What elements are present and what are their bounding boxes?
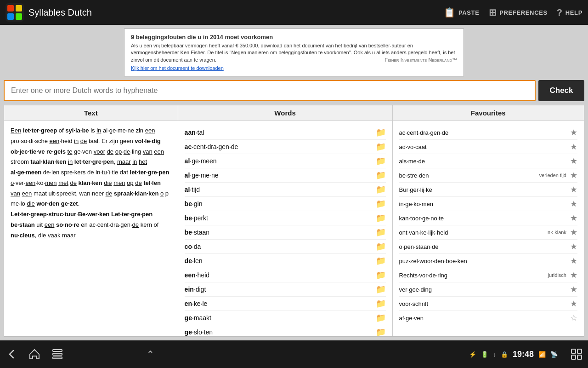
fav-word: ac·cent·dra·gen·de (399, 129, 570, 136)
download-icon: ↓ (493, 351, 496, 358)
star-icon[interactable]: ★ (570, 156, 577, 166)
list-item: be·gin 📁 (185, 197, 386, 211)
toolbar-actions: 📋 PASTE ⊞ PREFERENCES ? HELP (444, 7, 582, 18)
help-label: HELP (565, 9, 582, 16)
fav-left: puz·zel·woor·den·boe·ken (399, 258, 570, 264)
fav-left: ad·vo·caat (399, 144, 570, 150)
grid-button[interactable] (565, 343, 588, 366)
list-item: voor·schrift ★ (399, 297, 577, 311)
wifi-icon: 📶 (538, 351, 546, 358)
text-column-header: Text (4, 105, 178, 121)
star-icon[interactable]: ★ (570, 142, 577, 152)
fav-word: als·me·de (399, 158, 570, 165)
preferences-icon: ⊞ (489, 7, 497, 18)
app-title: Syllables Dutch (28, 7, 444, 18)
fav-word: o·pen·staan·de (399, 243, 570, 250)
list-item: een·heid 📁 (185, 268, 386, 282)
star-icon[interactable]: ★ (570, 199, 577, 209)
star-icon[interactable]: ★ (570, 184, 577, 195)
list-item: ein·digt 📁 (185, 282, 386, 297)
fav-word: ont·van·ke·lijk·heid (399, 229, 545, 236)
star-icon[interactable]: ★ (570, 170, 577, 180)
fav-word: af·ge·ven (399, 315, 570, 322)
list-item: ge·slo·ten 📁 (185, 325, 386, 336)
column-favourites: Favourites ac·cent·dra·gen·de ★ ad·vo·ca… (393, 105, 584, 336)
check-button[interactable]: Check (538, 80, 584, 101)
folder-icon[interactable]: 📁 (376, 227, 386, 237)
folder-icon[interactable]: 📁 (376, 242, 386, 252)
folder-icon[interactable]: 📁 (376, 170, 386, 180)
fav-left: kan·toor·ge·no·te (399, 215, 570, 222)
star-icon[interactable]: ★ (570, 242, 577, 252)
svg-rect-1 (7, 5, 14, 12)
main-area: 9 beleggingsfouten die u in 2014 moet vo… (0, 25, 588, 340)
folder-icon[interactable]: 📁 (376, 270, 386, 280)
list-item: ac·cent·dra·gen·de 📁 (185, 140, 386, 154)
help-action[interactable]: ? HELP (557, 7, 582, 18)
paste-label: PASTE (458, 9, 480, 16)
folder-icon[interactable]: 📁 (376, 213, 386, 223)
favourites-column-body: ac·cent·dra·gen·de ★ ad·vo·caat ★ als·me… (393, 121, 584, 336)
fav-left: ont·van·ke·lijk·heid nk-klank (399, 229, 570, 236)
list-item: Bur·ger·lij·ke ★ (399, 183, 577, 197)
list-item: de·len 📁 (185, 254, 386, 268)
top-bar: Syllables Dutch 📋 PASTE ⊞ PREFERENCES ? … (0, 0, 588, 25)
fav-tag: juridisch (548, 272, 566, 278)
folder-icon[interactable]: 📁 (376, 256, 386, 266)
fav-left: Rechts·vor·de·ring juridisch (399, 272, 570, 279)
usb-icon: ⚡ (469, 351, 476, 358)
home-button[interactable] (23, 343, 46, 366)
fav-left: voor·schrift (399, 300, 570, 307)
svg-rect-10 (571, 355, 576, 359)
words-column-body: aan·tal 📁ac·cent·dra·gen·de 📁al·ge·meen … (178, 121, 392, 336)
list-item: ge·maakt 📁 (185, 311, 386, 325)
star-icon[interactable]: ★ (570, 127, 577, 138)
star-icon[interactable]: ★ (570, 227, 577, 237)
star-icon[interactable]: ★ (570, 270, 577, 280)
list-item: in·ge·ko·men ★ (399, 197, 577, 211)
list-item: al·ge·meen 📁 (185, 154, 386, 168)
folder-icon[interactable]: 📁 (376, 156, 386, 166)
star-icon[interactable]: ★ (570, 256, 577, 266)
fav-left: af·ge·ven (399, 315, 570, 322)
ad-banner: 9 beleggingsfouten die u in 2014 moet vo… (124, 29, 464, 76)
list-item: al·ge·me·ne 📁 (185, 168, 386, 183)
folder-icon[interactable]: 📁 (376, 142, 386, 152)
word-text: aan·tal (185, 129, 204, 136)
fav-word: puz·zel·woor·den·boe·ken (399, 258, 570, 264)
star-icon[interactable]: ★ (570, 284, 577, 294)
star-icon[interactable]: ★ (570, 299, 577, 309)
back-button[interactable] (0, 343, 23, 366)
star-icon[interactable]: ☆ (570, 313, 577, 323)
recent-button[interactable] (46, 343, 69, 366)
preferences-action[interactable]: ⊞ PREFERENCES (489, 7, 548, 18)
paste-action[interactable]: 📋 PASTE (444, 7, 479, 18)
folder-icon[interactable]: 📁 (376, 199, 386, 209)
folder-icon[interactable]: 📁 (376, 184, 386, 195)
folder-icon[interactable]: 📁 (376, 127, 386, 138)
word-text: al·ge·meen (185, 157, 217, 165)
column-words: Words aan·tal 📁ac·cent·dra·gen·de 📁al·ge… (178, 105, 393, 336)
list-item: puz·zel·woor·den·boe·ken ★ (399, 254, 577, 268)
text-column-body: Een let·ter·greep of syl·la·be is in al·… (4, 121, 178, 336)
ad-branding: Fisher Investments Nederland™ (384, 57, 457, 63)
word-text: ge·slo·ten (185, 328, 213, 336)
search-input[interactable] (4, 80, 536, 101)
ad-title: 9 beleggingsfouten die u in 2014 moet vo… (131, 34, 457, 40)
words-column-header: Words (178, 105, 392, 121)
star-icon[interactable]: ★ (570, 213, 577, 223)
ad-link[interactable]: Kijk hier om het document te downloaden (131, 65, 224, 71)
word-list: aan·tal 📁ac·cent·dra·gen·de 📁al·ge·meen … (185, 126, 386, 336)
fav-left: ac·cent·dra·gen·de (399, 129, 570, 136)
text-content: Een let·ter·greep of syl·la·be is in al·… (11, 126, 171, 241)
fav-tag: nk-klank (548, 230, 566, 235)
folder-icon[interactable]: 📁 (376, 313, 386, 323)
fav-left: o·pen·staan·de (399, 243, 570, 250)
folder-icon[interactable]: 📁 (376, 299, 386, 309)
fav-word: Bur·ger·lij·ke (399, 186, 570, 193)
folder-icon[interactable]: 📁 (376, 327, 386, 336)
columns-area: Text Een let·ter·greep of syl·la·be is i… (4, 105, 584, 337)
folder-icon[interactable]: 📁 (376, 284, 386, 294)
fav-list: ac·cent·dra·gen·de ★ ad·vo·caat ★ als·me… (399, 126, 577, 325)
fav-left: als·me·de (399, 158, 570, 165)
